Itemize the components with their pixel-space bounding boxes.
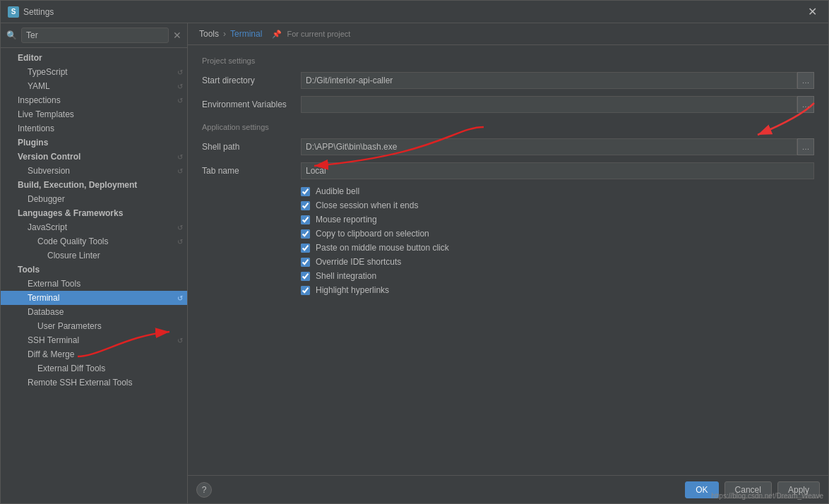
- reset-icon: ↺: [177, 238, 183, 246]
- paste-middle-checkbox[interactable]: [301, 244, 310, 253]
- clear-search-icon[interactable]: ✕: [173, 30, 181, 41]
- reset-icon: ↺: [177, 68, 183, 76]
- sidebar-item-languages[interactable]: Languages & Frameworks: [1, 206, 187, 220]
- shell-path-row: Shell path …: [202, 138, 814, 155]
- sidebar-item-external-tools[interactable]: External Tools: [1, 277, 187, 291]
- sidebar-item-ssh-terminal[interactable]: SSH Terminal ↺: [1, 333, 187, 347]
- close-button[interactable]: ✕: [804, 4, 821, 20]
- reset-icon: ↺: [177, 97, 183, 104]
- main-content: 🔍 ✕ Editor TypeScript ↺: [1, 23, 828, 503]
- start-directory-label: Start directory: [202, 76, 301, 85]
- sidebar-item-plugins[interactable]: Plugins: [1, 136, 187, 150]
- env-variables-input[interactable]: [301, 96, 797, 113]
- sidebar-item-inspections[interactable]: Inspections ↺: [1, 93, 187, 107]
- app-settings-label: Application settings: [202, 123, 814, 131]
- highlight-hyperlinks-row: Highlight hyperlinks: [202, 285, 814, 295]
- right-panel: Tools › Terminal 📌 For current project P…: [188, 23, 828, 503]
- override-ide-checkbox[interactable]: [301, 258, 310, 267]
- paste-middle-row: Paste on middle mouse button click: [202, 243, 814, 253]
- mouse-reporting-label[interactable]: Mouse reporting: [316, 215, 377, 224]
- sidebar-item-tools[interactable]: Tools: [1, 263, 187, 277]
- sidebar-item-debugger[interactable]: Debugger: [1, 192, 187, 206]
- project-tag: 📌 For current project: [272, 30, 350, 39]
- override-ide-row: Override IDE shortcuts: [202, 257, 814, 267]
- sidebar-item-version-control[interactable]: Version Control ↺: [1, 150, 187, 164]
- sidebar-item-live-templates[interactable]: Live Templates: [1, 107, 187, 121]
- help-button[interactable]: ?: [196, 482, 212, 498]
- env-variables-browse-button[interactable]: …: [797, 96, 814, 113]
- copy-clipboard-row: Copy to clipboard on selection: [202, 229, 814, 239]
- sidebar-item-ext-diff-tools[interactable]: External Diff Tools: [1, 361, 187, 376]
- reset-icon: ↺: [177, 337, 183, 344]
- audible-bell-row: Audible bell: [202, 186, 814, 196]
- highlight-hyperlinks-checkbox[interactable]: [301, 286, 310, 295]
- tab-name-input[interactable]: [301, 162, 814, 179]
- reset-icon: ↺: [177, 83, 183, 90]
- project-settings-label: Project settings: [202, 56, 814, 65]
- close-session-checkbox[interactable]: [301, 201, 310, 210]
- settings-window: S Settings ✕ 🔍 ✕ Editor: [0, 0, 829, 504]
- sidebar-item-build[interactable]: Build, Execution, Deployment: [1, 178, 187, 192]
- start-directory-input[interactable]: [301, 72, 797, 89]
- highlight-hyperlinks-label[interactable]: Highlight hyperlinks: [316, 285, 389, 295]
- tab-name-row: Tab name: [202, 162, 814, 179]
- shell-integration-label[interactable]: Shell integration: [316, 271, 376, 281]
- sidebar-item-remote-ssh[interactable]: Remote SSH External Tools: [1, 376, 187, 390]
- shell-integration-row: Shell integration: [202, 271, 814, 281]
- audible-bell-checkbox[interactable]: [301, 187, 310, 196]
- sidebar: 🔍 ✕ Editor TypeScript ↺: [1, 23, 188, 503]
- window-title: Settings: [23, 7, 54, 17]
- shell-path-label: Shell path: [202, 142, 301, 152]
- breadcrumb-bar: Tools › Terminal 📌 For current project: [188, 23, 828, 45]
- breadcrumb-current[interactable]: Terminal: [230, 29, 262, 39]
- reset-icon: ↺: [177, 294, 183, 302]
- help-section: ?: [196, 482, 212, 498]
- tab-name-label: Tab name: [202, 166, 301, 176]
- audible-bell-label[interactable]: Audible bell: [316, 186, 359, 196]
- reset-icon: ↺: [177, 167, 183, 175]
- copy-clipboard-checkbox[interactable]: [301, 229, 310, 239]
- env-variables-label: Environment Variables: [202, 100, 301, 109]
- reset-icon: ↺: [177, 224, 183, 232]
- sidebar-item-terminal[interactable]: Terminal ↺: [1, 291, 187, 305]
- sidebar-item-database[interactable]: Database: [1, 305, 187, 319]
- sidebar-item-yaml[interactable]: YAML ↺: [1, 79, 187, 93]
- watermark: https://blog.csdn.net/Dream_Weave: [711, 492, 823, 500]
- env-variables-row: Environment Variables …: [202, 96, 814, 113]
- titlebar: S Settings ✕: [1, 1, 828, 23]
- sidebar-item-diff-merge[interactable]: Diff & Merge: [1, 347, 187, 361]
- settings-tree: Editor TypeScript ↺ YAML ↺: [1, 48, 187, 503]
- shell-path-browse-button[interactable]: …: [797, 138, 814, 155]
- search-input[interactable]: [21, 28, 169, 43]
- sidebar-item-javascript[interactable]: JavaScript ↺: [1, 220, 187, 234]
- sidebar-item-closure-linter[interactable]: Closure Linter: [1, 248, 187, 263]
- settings-panel: Project settings Start directory … Envir…: [188, 45, 828, 475]
- close-session-row: Close session when it ends: [202, 200, 814, 210]
- sidebar-item-intentions[interactable]: Intentions: [1, 121, 187, 136]
- mouse-reporting-row: Mouse reporting: [202, 215, 814, 224]
- start-directory-row: Start directory …: [202, 72, 814, 89]
- sidebar-item-user-parameters[interactable]: User Parameters: [1, 319, 187, 333]
- sidebar-item-typescript[interactable]: TypeScript ↺: [1, 65, 187, 79]
- search-bar: 🔍 ✕: [1, 23, 187, 48]
- breadcrumb-parent: Tools: [199, 29, 219, 39]
- sidebar-item-subversion[interactable]: Subversion ↺: [1, 164, 187, 178]
- override-ide-label[interactable]: Override IDE shortcuts: [316, 257, 401, 267]
- search-icon: 🔍: [6, 30, 17, 40]
- shell-integration-checkbox[interactable]: [301, 272, 310, 281]
- sidebar-item-editor[interactable]: Editor: [1, 51, 187, 65]
- reset-icon: ↺: [177, 153, 183, 161]
- paste-middle-label[interactable]: Paste on middle mouse button click: [316, 243, 449, 253]
- start-directory-browse-button[interactable]: …: [797, 72, 814, 89]
- sidebar-item-code-quality[interactable]: Code Quality Tools ↺: [1, 234, 187, 248]
- copy-clipboard-label[interactable]: Copy to clipboard on selection: [316, 229, 429, 239]
- shell-path-input[interactable]: [301, 138, 797, 155]
- close-session-label[interactable]: Close session when it ends: [316, 200, 418, 210]
- app-icon: S: [8, 6, 19, 18]
- mouse-reporting-checkbox[interactable]: [301, 215, 310, 224]
